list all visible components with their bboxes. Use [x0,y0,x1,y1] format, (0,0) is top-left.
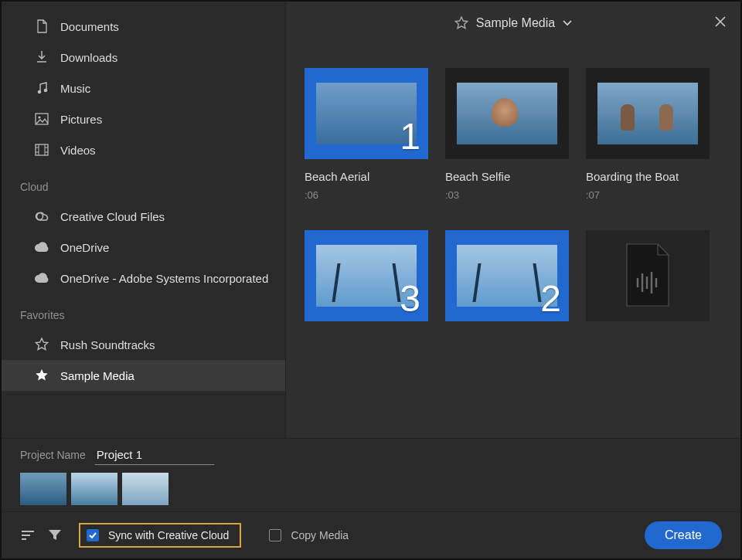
star-outline-icon [32,338,51,351]
copy-media-checkbox-group[interactable]: Copy Media [269,529,349,541]
selected-clip-thumb[interactable] [71,473,117,505]
project-name-input[interactable] [95,445,214,465]
media-thumbnail[interactable]: 2 [445,230,569,321]
document-icon [32,19,51,33]
sidebar-item-label: Downloads [60,51,117,64]
selected-clip-thumb[interactable] [20,473,66,505]
svg-point-0 [38,90,42,94]
sync-checkbox[interactable] [87,529,99,541]
sidebar-item-pictures[interactable]: Pictures [2,104,285,134]
media-duration: :06 [305,189,428,201]
path-dropdown[interactable]: Sample Media [454,16,572,30]
sync-label: Sync with Creative Cloud [108,529,229,541]
sidebar-item-music[interactable]: Music [2,73,285,104]
sidebar: Documents Downloads Music Pictures [2,2,286,438]
sidebar-item-label: OneDrive - Adobe Systems Incorporated [60,272,268,285]
star-outline-icon [454,16,468,30]
media-thumbnail[interactable]: 3 [305,230,428,321]
copy-media-checkbox[interactable] [269,529,281,541]
sort-button[interactable] [20,529,36,541]
pictures-icon [32,113,51,125]
sidebar-item-onedrive[interactable]: OneDrive [2,232,285,263]
media-tile[interactable] [586,230,710,321]
sync-checkbox-group[interactable]: Sync with Creative Cloud [79,523,241,548]
media-tile[interactable]: Beach Selfie :03 [445,68,569,201]
sidebar-item-label: OneDrive [60,241,109,254]
sidebar-section-cloud: Cloud [2,173,285,201]
media-name: Boarding the Boat [586,170,710,183]
media-name: Beach Aerial [305,170,428,183]
media-tile[interactable]: 2 [445,230,569,321]
audio-file-icon [621,243,675,310]
media-tile[interactable]: 3 [305,230,428,321]
cloud-icon [32,242,51,253]
sidebar-item-downloads[interactable]: Downloads [2,42,285,73]
project-name-label: Project Name [20,449,86,461]
selected-clip-thumb[interactable] [122,473,168,505]
selection-badge: 3 [400,277,420,320]
download-icon [32,50,51,64]
sidebar-item-onedrive-adobe[interactable]: OneDrive - Adobe Systems Incorporated [2,263,285,294]
sidebar-item-label: Sample Media [60,369,134,382]
media-tile[interactable]: Boarding the Boat :07 [586,68,710,201]
footer-bar: Sync with Creative Cloud Copy Media Crea… [2,511,740,558]
svg-point-1 [44,89,48,93]
sidebar-item-label: Music [60,82,90,95]
sidebar-item-cc-files[interactable]: Creative Cloud Files [2,201,285,232]
sidebar-item-label: Videos [60,144,96,157]
sidebar-item-documents[interactable]: Documents [2,11,285,42]
close-button[interactable] [714,15,727,32]
selection-badge: 2 [540,277,561,320]
media-thumbnail[interactable] [586,230,710,321]
media-tile[interactable]: 1 Beach Aerial :06 [305,68,428,201]
svg-point-3 [38,116,40,118]
sidebar-item-label: Pictures [60,113,102,126]
media-duration: :03 [445,189,569,201]
chevron-down-icon [563,20,572,26]
selection-badge: 1 [400,115,420,158]
star-solid-icon [32,368,51,382]
path-title: Sample Media [476,16,555,30]
main-panel: Sample Media 1 Beach Aerial [286,2,740,438]
media-grid: 1 Beach Aerial :06 Beach Selfie :03 [286,45,740,438]
sidebar-item-label: Creative Cloud Files [60,210,165,223]
media-thumbnail[interactable] [445,68,569,159]
media-thumbnail[interactable] [586,68,710,159]
music-icon [32,81,51,95]
media-thumbnail[interactable]: 1 [305,68,428,159]
project-strip: Project Name [2,438,740,511]
copy-media-label: Copy Media [291,529,349,541]
svg-rect-4 [36,144,48,155]
sidebar-item-label: Rush Soundtracks [60,338,155,351]
filter-button[interactable] [48,529,62,541]
media-name: Beach Selfie [445,170,569,183]
media-duration: :07 [586,189,710,201]
sidebar-item-sample-media[interactable]: Sample Media [2,360,285,391]
sidebar-section-favorites: Favorites [2,301,285,329]
sidebar-item-label: Documents [60,20,119,33]
sidebar-item-videos[interactable]: Videos [2,134,285,165]
videos-icon [32,144,51,156]
creative-cloud-icon [32,211,51,222]
cloud-icon [32,273,51,283]
sidebar-item-rush-soundtracks[interactable]: Rush Soundtracks [2,329,285,360]
create-button[interactable]: Create [645,521,722,549]
